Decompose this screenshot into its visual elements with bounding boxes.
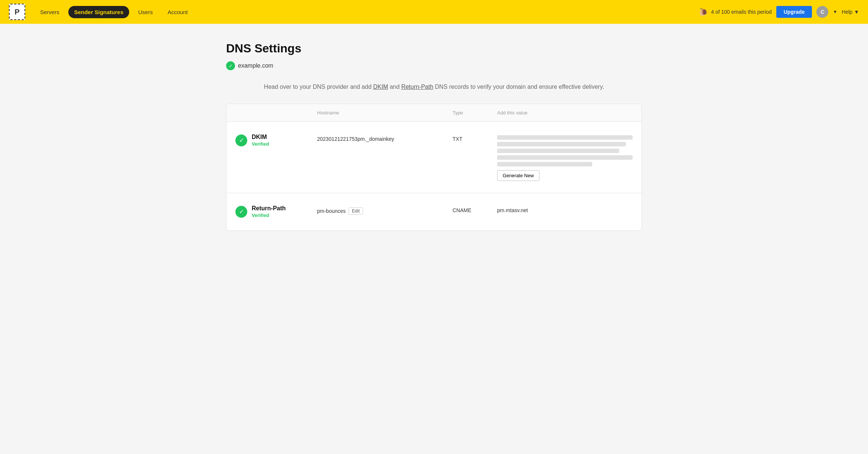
nav-right: 🐌 4 of 100 emails this period Upgrade C … [699, 6, 859, 18]
domain-name: example.com [238, 62, 273, 69]
return-path-hostname: pm-bounces Edit [317, 205, 453, 215]
email-icon: 🐌 [699, 7, 708, 16]
dkim-hostname: 20230121221753pm._domainkey [317, 134, 453, 142]
nav-account[interactable]: Account [161, 6, 193, 18]
logo[interactable]: P [9, 4, 25, 20]
col-value: Add this value [497, 110, 633, 116]
return-path-name-cell: ✓ Return-Path Verified [235, 205, 317, 218]
return-path-verified-icon: ✓ [235, 206, 247, 218]
nav-servers[interactable]: Servers [34, 6, 65, 18]
dns-table: Hostname Type Add this value ✓ DKIM Veri… [226, 104, 642, 231]
dkim-verified-icon: ✓ [235, 134, 247, 146]
dkim-label-group: DKIM Verified [252, 134, 269, 147]
desc-part1: Head over to your DNS provider and add [264, 84, 373, 90]
dkim-hostname-value: 20230121221753pm._domainkey [317, 136, 394, 142]
nav-users[interactable]: Users [132, 6, 159, 18]
return-path-type: CNAME [453, 205, 497, 213]
col-type: Type [453, 110, 497, 116]
col-name [235, 110, 317, 116]
navbar: P Servers Sender Signatures Users Accoun… [0, 0, 868, 24]
page-title: DNS Settings [226, 42, 642, 55]
return-path-status: Verified [252, 213, 269, 218]
avatar-chevron: ▼ [833, 9, 837, 14]
col-hostname: Hostname [317, 110, 453, 116]
return-path-label-group: Return-Path Verified [252, 205, 286, 218]
generate-new-button[interactable]: Generate New [497, 170, 539, 181]
upgrade-button[interactable]: Upgrade [776, 6, 812, 18]
desc-part2: and [388, 84, 401, 90]
email-counter: 🐌 4 of 100 emails this period [699, 7, 771, 16]
main-content: DNS Settings ✓ example.com Head over to … [211, 24, 657, 249]
return-path-value: pm.mtasv.net [497, 205, 633, 213]
redacted-2 [497, 142, 626, 146]
desc-part3: DNS records to verify your domain and en… [433, 84, 604, 90]
user-initial: C [820, 9, 824, 15]
redacted-4 [497, 155, 633, 160]
redacted-1 [497, 135, 633, 140]
domain-verified-icon: ✓ [226, 61, 235, 70]
dkim-value-cell: Generate New [497, 134, 633, 181]
table-header: Hostname Type Add this value [226, 104, 642, 122]
nav-links: Servers Sender Signatures Users Account [34, 6, 699, 18]
help-label: Help [842, 9, 852, 15]
dkim-name-cell: ✓ DKIM Verified [235, 134, 317, 147]
dkim-status: Verified [252, 141, 269, 147]
dkim-link[interactable]: DKIM [373, 84, 388, 90]
help-chevron: ▼ [854, 9, 859, 15]
logo-text: P [14, 8, 19, 16]
dkim-type: TXT [453, 134, 497, 142]
redacted-5 [497, 162, 592, 166]
table-row-dkim: ✓ DKIM Verified 20230121221753pm._domain… [226, 122, 642, 193]
nav-sender-signatures[interactable]: Sender Signatures [68, 6, 130, 18]
dkim-name: DKIM [252, 134, 269, 140]
edit-hostname-button[interactable]: Edit [349, 207, 363, 215]
table-row-return-path: ✓ Return-Path Verified pm-bounces Edit C… [226, 193, 642, 230]
return-path-hostname-value: pm-bounces [317, 208, 346, 214]
description: Head over to your DNS provider and add D… [226, 82, 642, 92]
email-counter-text: 4 of 100 emails this period [711, 9, 771, 15]
domain-badge: ✓ example.com [226, 61, 642, 70]
user-avatar[interactable]: C [816, 6, 828, 18]
return-path-link[interactable]: Return-Path [401, 84, 433, 90]
redacted-3 [497, 149, 619, 153]
help-menu[interactable]: Help ▼ [842, 9, 859, 15]
return-path-name: Return-Path [252, 205, 286, 212]
